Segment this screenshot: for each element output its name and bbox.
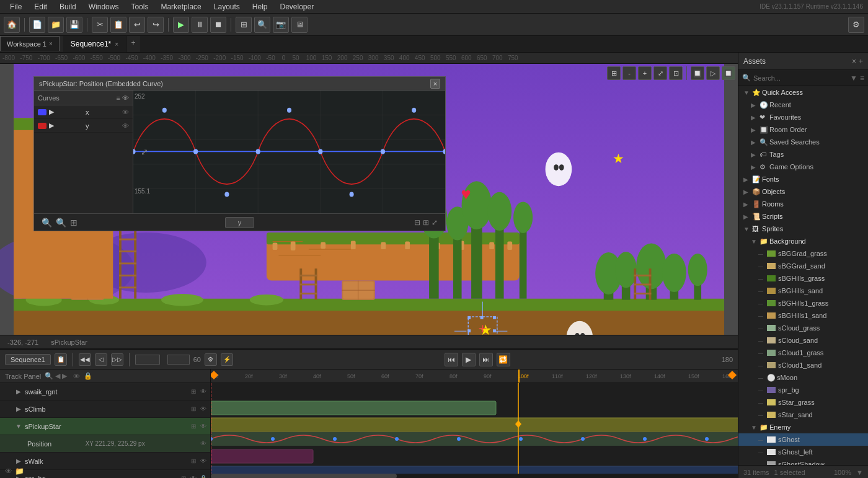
y-channel-eye[interactable]: 👁 bbox=[122, 122, 129, 130]
tree-sstarsand[interactable]: — sStar_sand bbox=[738, 409, 868, 421]
tree-sghostleft[interactable]: — sGhost_left bbox=[738, 446, 868, 458]
menu-help[interactable]: Help bbox=[247, 1, 273, 12]
track-folder[interactable]: 📁 bbox=[15, 467, 24, 476]
menu-developer[interactable]: Developer bbox=[275, 1, 319, 12]
track-lock-icon[interactable]: 🔒 bbox=[84, 372, 92, 380]
canvas-area[interactable]: ★ ★ ★ ★ ♥ bbox=[0, 64, 738, 335]
tree-bggradgrass[interactable]: — sBGGrad_grass bbox=[738, 247, 868, 260]
zoom-btn[interactable]: 🔍 bbox=[254, 17, 270, 33]
menu-windows[interactable]: Windows bbox=[84, 1, 124, 12]
run-btn[interactable]: ▶ bbox=[173, 17, 189, 33]
canvas-tool2[interactable]: ▷ bbox=[706, 66, 720, 80]
star-eye[interactable]: 👁 bbox=[199, 422, 208, 431]
walk-add[interactable]: ⊞ bbox=[189, 457, 198, 466]
swaik-add[interactable]: ⊞ bbox=[189, 387, 198, 396]
pause-btn[interactable]: ⏸ bbox=[192, 17, 208, 33]
tl-start-btn[interactable]: ⏮ bbox=[445, 353, 458, 366]
copy-btn[interactable]: 📋 bbox=[110, 17, 126, 33]
star-add[interactable]: ⊞ bbox=[189, 422, 198, 431]
track-eye-icon[interactable]: 👁 bbox=[73, 373, 80, 380]
curves-icon1[interactable]: ≡ bbox=[117, 94, 120, 102]
curves-close-btn[interactable]: × bbox=[430, 79, 440, 89]
save-btn[interactable]: 💾 bbox=[66, 17, 82, 33]
track-spickupstar[interactable]: ▼ sPickupStar ⊞ 👁 bbox=[0, 418, 210, 435]
tree-bghills1grass[interactable]: — sBGHills1_grass bbox=[738, 297, 868, 309]
zoom-out-icon[interactable]: 🔍 bbox=[42, 218, 52, 228]
canvas-center-btn[interactable]: ⊡ bbox=[669, 66, 683, 80]
curve-channel-y[interactable]: ▶ y 👁 bbox=[34, 119, 133, 133]
curves-main[interactable]: 252 155.1 ⤢ bbox=[133, 91, 445, 213]
tree-roomorder[interactable]: ▶ 🔲 Room Order bbox=[738, 123, 868, 136]
tl-play-btn[interactable]: ▶ bbox=[462, 353, 476, 366]
timeline-tracks[interactable]: 10f 20f 30f 40f 50f 60f 70f 80f 90f 100f… bbox=[211, 370, 738, 478]
tree-scripts[interactable]: ▶ 📜 Scripts bbox=[738, 210, 868, 223]
open-btn[interactable]: 📁 bbox=[48, 17, 64, 33]
redo-btn[interactable]: ↪ bbox=[148, 17, 164, 33]
menu-layouts[interactable]: Layouts bbox=[209, 1, 245, 12]
tree-sprites[interactable]: ▼ 🖼 Sprites bbox=[738, 223, 868, 235]
tree-bghillssand[interactable]: — sBGHills_sand bbox=[738, 285, 868, 297]
track-sprbg[interactable]: ▶ spr_bg ⊞ 👁 🔒 bbox=[0, 470, 210, 478]
tree-bghills1sand[interactable]: — sBGHills1_sand bbox=[738, 309, 868, 322]
timeline-scrollbar[interactable] bbox=[211, 474, 738, 478]
curves-zoom-out[interactable]: ⊟ bbox=[414, 218, 420, 227]
canvas-zoom-in-btn[interactable]: + bbox=[638, 66, 652, 80]
y-channel-btn[interactable]: y bbox=[225, 217, 255, 228]
new-tab-btn[interactable]: + bbox=[126, 36, 140, 50]
workspace-tab[interactable]: Workspace 1 × bbox=[0, 36, 60, 51]
canvas-tool3[interactable]: 🔲 bbox=[722, 66, 735, 80]
swaik-expand[interactable]: ▶ bbox=[15, 388, 22, 396]
tree-sstargrass[interactable]: — sStar_grass bbox=[738, 396, 868, 409]
menu-edit[interactable]: Edit bbox=[29, 1, 52, 12]
pos-eye[interactable]: 👁 bbox=[199, 440, 208, 448]
tree-sghostshadow[interactable]: — sGhostShadow bbox=[738, 458, 868, 465]
curves-fullscreen[interactable]: ⤢ bbox=[432, 218, 438, 227]
track-nav-left[interactable]: ◀ bbox=[55, 372, 60, 380]
sclimb-expand[interactable]: ▶ bbox=[15, 405, 22, 413]
canvas-tool1[interactable]: 🔲 bbox=[691, 66, 704, 80]
tree-smoon[interactable]: — ⚪ sMoon bbox=[738, 371, 868, 384]
curves-zoom-in[interactable]: ⊞ bbox=[423, 218, 429, 227]
sequence-name[interactable]: Sequence1 bbox=[5, 354, 51, 365]
track-swalk[interactable]: ▶ sWalk ⊞ 👁 bbox=[0, 453, 210, 470]
menu-build[interactable]: Build bbox=[55, 1, 81, 12]
tl-key-btn[interactable]: ⚡ bbox=[221, 353, 233, 366]
canvas-fit-btn[interactable]: ⤢ bbox=[653, 66, 667, 80]
assets-zoom-icon[interactable]: ▼ bbox=[856, 469, 863, 476]
tree-tags[interactable]: ▶ 🏷 Tags bbox=[738, 148, 868, 161]
menu-file[interactable]: File bbox=[5, 1, 27, 12]
tree-sprbg[interactable]: — spr_bg bbox=[738, 384, 868, 396]
tree-quickaccess[interactable]: ▼ ⭐ Quick Access bbox=[738, 86, 868, 99]
tree-background[interactable]: ▼ 📁 Background bbox=[738, 235, 868, 247]
track-search-icon[interactable]: 🔍 bbox=[45, 372, 53, 380]
tree-enemy[interactable]: ▼ 📁 Enemy bbox=[738, 421, 868, 433]
grid-btn[interactable]: ⊞ bbox=[236, 17, 252, 33]
sclimb-add[interactable]: ⊞ bbox=[189, 405, 198, 414]
tl-rev-btn[interactable]: ◁ bbox=[95, 353, 107, 366]
tree-sghost[interactable]: — sGhost bbox=[738, 433, 868, 446]
assets-close-btn[interactable]: × bbox=[852, 57, 856, 66]
tree-savedsearches[interactable]: ▶ 🔍 Saved Searches bbox=[738, 136, 868, 148]
walk-expand[interactable]: ▶ bbox=[15, 458, 22, 465]
tree-fonts[interactable]: ▶ 📝 Fonts bbox=[738, 173, 868, 185]
bg-lock[interactable]: 🔒 bbox=[199, 474, 208, 479]
assets-add-btn[interactable]: + bbox=[859, 57, 863, 66]
curve-channel-x[interactable]: ▶ x 👁 bbox=[34, 105, 133, 119]
tl-next-btn[interactable]: ▷▷ bbox=[111, 353, 123, 366]
cut-btn[interactable]: ✂ bbox=[92, 17, 108, 33]
tree-favourites[interactable]: ▶ ❤ Favourites bbox=[738, 111, 868, 123]
timeline-scrollbar-thumb[interactable] bbox=[211, 474, 397, 478]
tree-objects[interactable]: ▶ 📦 Objects bbox=[738, 185, 868, 198]
menu-marketplace[interactable]: Marketplace bbox=[156, 1, 206, 12]
sequence-tab[interactable]: Sequence1* × bbox=[63, 36, 126, 52]
assets-sort-icon[interactable]: ≡ bbox=[860, 74, 864, 82]
zoom-in-icon[interactable]: 🔍 bbox=[56, 218, 66, 228]
canvas-zoom-out-btn[interactable]: - bbox=[622, 66, 636, 80]
tl-end-btn[interactable]: ⏭ bbox=[479, 353, 493, 366]
swaik-eye[interactable]: 👁 bbox=[199, 387, 208, 396]
tl-prev-btn[interactable]: ◀◀ bbox=[79, 353, 91, 366]
walk-eye[interactable]: 👁 bbox=[199, 457, 208, 466]
track-nav-right[interactable]: ▶ bbox=[62, 372, 67, 380]
new-btn[interactable]: 📄 bbox=[29, 17, 45, 33]
tree-gameoptions[interactable]: ▶ ⚙ Game Options bbox=[738, 161, 868, 173]
